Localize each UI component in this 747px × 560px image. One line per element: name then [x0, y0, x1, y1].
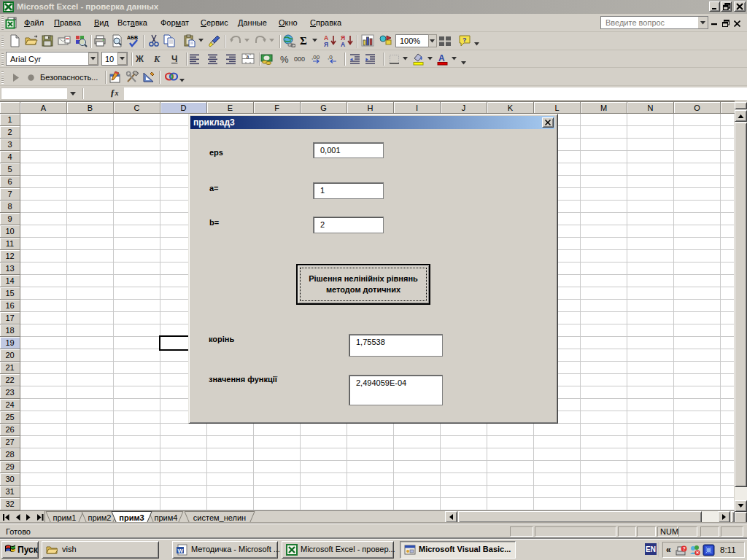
svg-text:АБВ: АБВ	[127, 35, 138, 40]
svg-text:прим2: прим2	[88, 513, 112, 522]
svg-text:Σ: Σ	[300, 35, 307, 47]
svg-text:Я: Я	[324, 41, 328, 47]
svg-text:?: ?	[683, 546, 686, 551]
svg-text:000: 000	[294, 55, 305, 63]
svg-text:W: W	[178, 548, 184, 554]
svg-text:,00: ,00	[311, 54, 320, 61]
svg-text:А: А	[438, 53, 445, 63]
svg-text:%: %	[280, 54, 289, 65]
svg-text:прим1: прим1	[53, 513, 77, 522]
svg-text:систем_нелин: систем_нелин	[193, 513, 246, 522]
svg-text:прим3: прим3	[119, 513, 144, 522]
svg-text:a: a	[247, 54, 249, 59]
svg-text:А: А	[341, 41, 345, 47]
svg-text:прим4: прим4	[155, 513, 178, 522]
svg-text:?: ?	[462, 36, 467, 44]
